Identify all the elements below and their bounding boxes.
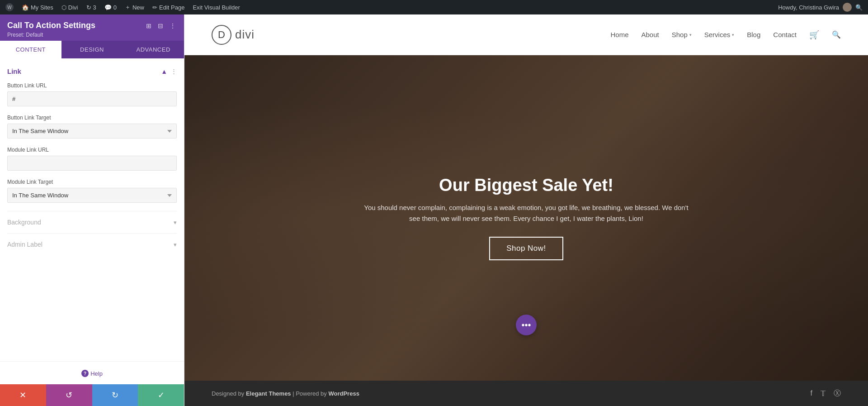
tab-content[interactable]: Content (0, 41, 61, 58)
wp-admin-bar: W 🏠 My Sites ⬡ Divi ↻ 3 💬 0 ＋ New ✏ Edit… (0, 0, 868, 14)
columns-icon[interactable]: ⊟ (157, 21, 164, 30)
nav-home[interactable]: Home (610, 31, 628, 38)
divi-icon: ⬡ (61, 4, 66, 11)
cancel-button[interactable]: ✕ (0, 384, 46, 406)
admin-bar-right: Howdy, Christina Gwira 🔍 (778, 3, 863, 12)
module-link-url-group: Module Link URL (7, 147, 177, 171)
module-link-url-input[interactable] (7, 156, 177, 171)
left-panel: Call To Action Settings ⊞ ⊟ ⋮ Preset: De… (0, 14, 184, 406)
admin-label-section-header[interactable]: Admin Label ▾ (7, 241, 177, 248)
nav-services[interactable]: Services ▾ (704, 31, 735, 38)
nav-shop[interactable]: Shop ▾ (672, 31, 692, 38)
footer-designed-by: Designed by (212, 390, 246, 397)
comment-icon: 💬 (104, 4, 112, 11)
responsive-icon[interactable]: ⊞ (145, 21, 152, 30)
wordpress-icon: W (5, 3, 14, 11)
nav-contact[interactable]: Contact (773, 31, 797, 38)
button-link-target-label: Button Link Target (7, 115, 177, 121)
nav-shop-label: Shop (672, 31, 688, 38)
shop-arrow-icon: ▾ (689, 33, 692, 37)
button-link-url-input[interactable] (7, 91, 177, 106)
section-icons: ▲ ⋮ (161, 68, 177, 75)
link-section-header: Link ▲ ⋮ (7, 67, 177, 75)
preset-label[interactable]: Preset: Default (7, 32, 177, 38)
logo-letter: D (218, 29, 225, 41)
logo-text: divi (235, 28, 255, 42)
button-link-url-group: Button Link URL (7, 82, 177, 106)
main-layout: Call To Action Settings ⊞ ⊟ ⋮ Preset: De… (0, 14, 868, 406)
fab-button[interactable]: ••• (516, 315, 537, 335)
divi-link[interactable]: ⬡ Divi (61, 4, 78, 11)
wp-logo-link[interactable]: W (5, 3, 14, 11)
edit-page-link[interactable]: ✏ Edit Page (152, 4, 184, 11)
link-section-title: Link (7, 67, 21, 75)
site-footer: Designed by Elegant Themes | Powered by … (184, 381, 868, 406)
action-bar: ✕ ↺ ↻ ✓ (0, 384, 184, 406)
cart-icon[interactable]: 🛒 (809, 30, 819, 40)
admin-label-section: Admin Label ▾ (7, 233, 177, 255)
tab-bar: Content Design Advanced (0, 41, 184, 58)
save-button[interactable]: ✓ (138, 384, 184, 406)
module-link-target-label: Module Link Target (7, 179, 177, 185)
refresh-icon: ↻ (86, 4, 91, 11)
nav-about[interactable]: About (641, 31, 659, 38)
nav-search-icon[interactable]: 🔍 (832, 30, 841, 39)
tab-advanced[interactable]: Advanced (123, 41, 184, 58)
site-header: D divi Home About Shop ▾ Services ▾ Blog… (184, 14, 868, 55)
section-more-icon[interactable]: ⋮ (171, 68, 177, 75)
divi-label: Divi (68, 4, 78, 11)
panel-title: Call To Action Settings (7, 21, 95, 30)
button-link-url-label: Button Link URL (7, 82, 177, 89)
hero-cta-button[interactable]: Shop Now! (489, 237, 563, 260)
exit-builder-link[interactable]: Exit Visual Builder (193, 4, 240, 11)
footer-wordpress: WordPress (328, 390, 359, 397)
footer-social: f 𝕋 Ⓧ (811, 389, 841, 398)
undo-button[interactable]: ↺ (46, 384, 92, 406)
facebook-icon[interactable]: f (811, 389, 812, 397)
my-sites-label: My Sites (31, 4, 53, 11)
admin-bar-left: W 🏠 My Sites ⬡ Divi ↻ 3 💬 0 ＋ New ✏ Edit… (5, 3, 240, 11)
module-link-url-label: Module Link URL (7, 147, 177, 153)
background-title: Background (7, 219, 41, 226)
nav-services-label: Services (704, 31, 731, 38)
new-link[interactable]: ＋ New (125, 3, 144, 11)
instagram-icon[interactable]: Ⓧ (834, 389, 841, 398)
website-preview: D divi Home About Shop ▾ Services ▾ Blog… (184, 14, 868, 406)
avatar (843, 3, 852, 12)
admin-label-title: Admin Label (7, 241, 42, 248)
redo-button[interactable]: ↻ (92, 384, 138, 406)
fab-dots-icon: ••• (521, 320, 531, 330)
home-icon: 🏠 (22, 4, 29, 11)
my-sites-link[interactable]: 🏠 My Sites (22, 4, 53, 11)
footer-separator: | Powered by (291, 390, 329, 397)
nav-blog[interactable]: Blog (747, 31, 760, 38)
new-label: New (132, 4, 144, 11)
refresh-link[interactable]: ↻ 3 (86, 4, 96, 11)
tab-design[interactable]: Design (61, 41, 123, 58)
background-chevron-icon: ▾ (174, 219, 177, 226)
button-link-target-group: Button Link Target In The Same Window In… (7, 115, 177, 139)
site-nav: Home About Shop ▾ Services ▾ Blog Contac… (610, 30, 841, 40)
collapse-icon[interactable]: ▲ (161, 68, 167, 75)
admin-label-chevron-icon: ▾ (174, 241, 177, 248)
help-link[interactable]: ? Help (81, 370, 103, 377)
pencil-icon: ✏ (152, 4, 157, 11)
refresh-count: 3 (93, 4, 96, 11)
footer-elegant-themes: Elegant Themes (246, 390, 291, 397)
button-link-target-select[interactable]: In The Same Window In A New Tab (7, 124, 177, 139)
search-icon[interactable]: 🔍 (855, 4, 863, 11)
panel-content: Link ▲ ⋮ Button Link URL Button Link Tar… (0, 58, 184, 361)
module-link-target-group: Module Link Target In The Same Window In… (7, 179, 177, 203)
site-logo[interactable]: D divi (212, 25, 255, 45)
hero-title: Our Biggest Sale Yet! (363, 176, 689, 195)
background-section: Background ▾ (7, 211, 177, 233)
hero-section: Our Biggest Sale Yet! You should never c… (184, 55, 868, 381)
panel-header-top: Call To Action Settings ⊞ ⊟ ⋮ (7, 21, 177, 30)
admin-user-label: Howdy, Christina Gwira (778, 4, 839, 11)
twitter-icon[interactable]: 𝕋 (821, 389, 826, 398)
background-section-header[interactable]: Background ▾ (7, 219, 177, 226)
comments-link[interactable]: 💬 0 (104, 4, 117, 11)
module-link-target-select[interactable]: In The Same Window In A New Tab (7, 188, 177, 203)
more-options-icon[interactable]: ⋮ (169, 21, 177, 30)
logo-circle: D (212, 25, 231, 45)
